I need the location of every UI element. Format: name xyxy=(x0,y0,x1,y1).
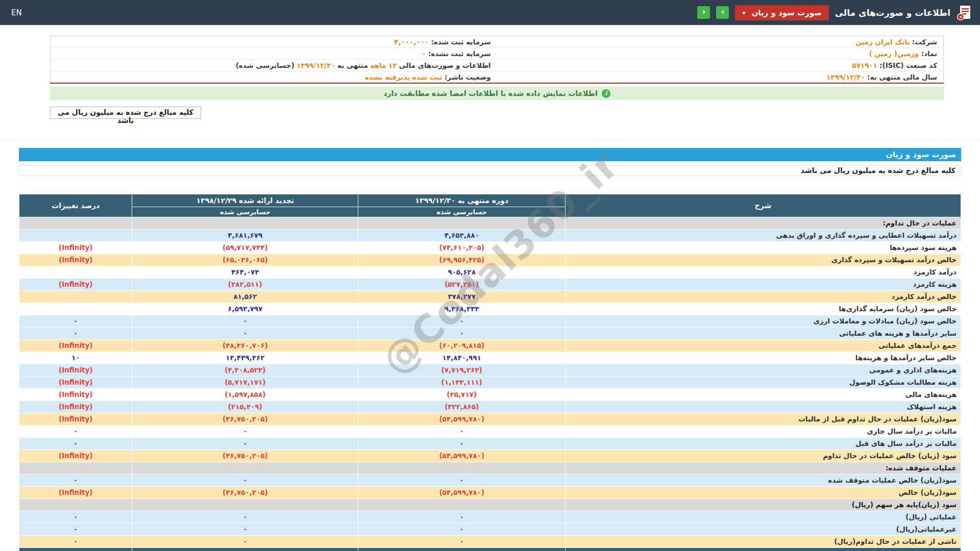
change-percent-value: ۰ xyxy=(19,474,132,487)
restated-period-value xyxy=(132,217,358,230)
statement-period-cell: اطلاعات و صورت‌های مالی ۱۲ ماهه منتهی به… xyxy=(51,60,497,71)
change-percent-value xyxy=(19,217,132,230)
row-label: جمع درآمدهای عملیاتی xyxy=(566,340,961,352)
column-header-restated-period: تجدید ارائه شده ۱۳۹۸/۱۲/۲۹ xyxy=(132,194,358,207)
current-period-value xyxy=(358,217,566,230)
subheader-audited-restated: حسابرسی شده xyxy=(132,207,358,217)
change-percent-value xyxy=(19,499,132,511)
company-name-label: شرکت: xyxy=(912,38,937,46)
change-percent-value xyxy=(19,291,132,303)
fiscal-year-value: ۱۳۹۹/۱۲/۳۰ xyxy=(826,73,865,81)
restated-period-value xyxy=(132,499,358,511)
row-label: خالص سود (زیان) سرمایه گذاری‌ها xyxy=(566,303,961,315)
table-row: خالص درآمد کارمزد۳۷۸,۲۷۷۸۱,۵۶۲ xyxy=(19,291,961,303)
current-period-value: (۳۵,۷۱۷) xyxy=(358,389,566,401)
fiscal-year-cell: سال مالی منتهی به: ۱۳۹۹/۱۲/۳۰ xyxy=(497,71,944,84)
table-row: خالص سود (زیان) سرمایه گذاری‌ها۹,۳۶۸,۳۳۳… xyxy=(19,303,961,315)
table-row: سود(زیان) خالص(۵۴,۵۹۹,۷۸۰)(۴۶,۷۵۰,۲۰۵)(I… xyxy=(19,487,961,499)
change-percent-value xyxy=(19,266,132,279)
current-period-value: ۰ xyxy=(358,511,566,523)
current-period-value: ۰ xyxy=(358,315,566,328)
column-header-description: شرح xyxy=(566,194,961,217)
chevron-down-icon: ▾ xyxy=(742,9,745,16)
current-period-value: (۷,۷۱۹,۲۶۳) xyxy=(358,364,566,377)
table-row: خالص درآمد تسهیلات و سپرده گذاری(۶۹,۹۵۶,… xyxy=(19,254,961,266)
isic-cell: کد صنعت (ISIC): ۵۷۱۹۰۱ xyxy=(497,60,944,71)
next-statement-button[interactable]: › xyxy=(716,6,729,19)
company-info-row: نماد: وزمین( زمین ) سرمایه ثبت نشده: ۰ xyxy=(51,48,944,60)
row-label: ناشی از عملیات در حال تداوم(ریال) xyxy=(566,536,961,548)
row-label: عملیات متوقف شده: xyxy=(566,462,961,474)
restated-period-value: (۱,۵۹۷,۸۵۸) xyxy=(132,389,358,401)
change-percent-value xyxy=(19,303,132,315)
statement-unit-note: کلیه مبالغ درج شده به میلیون ریال می باش… xyxy=(19,165,961,176)
row-label: سود (زیان) خالص عملیات در حال تداوم xyxy=(566,450,961,462)
top-navbar: اطلاعات و صورت‌های مالی صورت سود و زیان … xyxy=(0,0,980,25)
current-period-value: ۹,۳۶۸,۳۳۳ xyxy=(358,303,566,315)
statement-dropdown-label: صورت سود و زیان xyxy=(751,8,821,17)
change-percent-value: ۰ xyxy=(19,328,132,340)
company-info-row: کد صنعت (ISIC): ۵۷۱۹۰۱ اطلاعات و صورت‌ها… xyxy=(51,60,944,71)
restated-period-value: ۰ xyxy=(132,315,358,328)
current-period-value: (۶۰,۲۰۹,۸۱۵) xyxy=(358,340,566,352)
row-label: عملیاتی (ریال) xyxy=(566,511,961,523)
table-row: غیرعملیاتی(ریال)۰۰۰ xyxy=(19,523,961,536)
table-row: مالیات بر درآمد سال های قبل۰۰۰ xyxy=(19,438,961,450)
change-percent-value: (Infinity) xyxy=(19,279,132,291)
current-period-value: (۱,۱۳۳,۱۱۱) xyxy=(358,377,566,389)
restated-period-value: ۰ xyxy=(132,474,358,487)
statement-period-months: ۱۲ ماهه xyxy=(370,61,397,69)
section-row: سود (زیان)پایه هر سهم (ریال) xyxy=(19,499,961,511)
restated-period-value: (۴۶,۷۵۰,۲۰۵) xyxy=(132,413,358,425)
english-language-link[interactable]: EN xyxy=(11,8,22,17)
row-label: خالص درآمد تسهیلات و سپرده گذاری xyxy=(566,254,961,266)
statement-period-mid: منتهی به xyxy=(337,61,368,69)
income-statement-header: شرح دوره منتهی به ۱۳۹۹/۱۲/۳۰ تجدید ارائه… xyxy=(19,194,961,217)
isic-label: کد صنعت (ISIC): xyxy=(879,61,937,69)
row-label xyxy=(566,548,961,551)
current-period-value: ۱۴,۸۳۰,۹۹۱ xyxy=(358,352,566,364)
table-row: هزینه‌های مالی(۳۵,۷۱۷)(۱,۵۹۷,۸۵۸)(Infini… xyxy=(19,389,961,401)
registered-capital-value: ۴,۰۰۰,۰۰۰ xyxy=(394,38,429,46)
row-label: هزینه‌های مالی xyxy=(566,389,961,401)
row-label: هزینه استهلاک xyxy=(566,401,961,413)
prev-statement-button[interactable]: ‹ xyxy=(697,6,710,19)
change-percent-value: ۱۰ xyxy=(19,352,132,364)
company-info-row: شرکت: بانک ایران زمین سرمایه ثبت شده: ۴,… xyxy=(51,36,944,48)
table-row: سود(زیان) عملیات در حال تداوم قبل از مال… xyxy=(19,413,961,425)
change-percent-value: (Infinity) xyxy=(19,254,132,266)
change-percent-value: (Infinity) xyxy=(19,242,132,254)
banner-text: اطلاعات نمایش داده شده با اطلاعات امضا ش… xyxy=(383,89,597,97)
column-header-change-percent: درصد تغییرات xyxy=(19,194,132,217)
current-period-value: ۰ xyxy=(358,536,566,548)
site-logo-icon[interactable] xyxy=(957,5,972,21)
change-percent-value: ۰ xyxy=(19,425,132,438)
row-label: خالص درآمد کارمزد xyxy=(566,291,961,303)
section-row: عملیات متوقف شده: xyxy=(19,462,961,474)
restated-period-value: ۴,۶۸۱,۶۷۹ xyxy=(132,230,358,242)
section-divider xyxy=(0,139,980,140)
statement-dropdown[interactable]: صورت سود و زیان ▾ xyxy=(735,5,828,20)
row-label: هزینه سود سپرده‌ها xyxy=(566,242,961,254)
company-info-section: شرکت: بانک ایران زمین سرمایه ثبت شده: ۴,… xyxy=(50,36,944,119)
current-period-value: ۳۷۸,۲۷۷ xyxy=(358,291,566,303)
change-percent-value: (Infinity) xyxy=(19,364,132,377)
current-period-value: ۹۰۵,۶۲۸ xyxy=(358,266,566,279)
row-label: عملیات در حال تداوم: xyxy=(566,217,961,230)
current-period-value: ۰ xyxy=(358,523,566,536)
income-statement-table: شرح دوره منتهی به ۱۳۹۹/۱۲/۳۰ تجدید ارائه… xyxy=(19,194,961,551)
row-label: خالص سایر درآمدها و هزینه‌ها xyxy=(566,352,961,364)
current-period-value: (۵۴,۵۹۹,۷۸۰) xyxy=(358,487,566,499)
publisher-status-value: ثبت شده پذیرفته نشده xyxy=(365,73,442,81)
restated-period-value: ۴۶۴,۰۷۳ xyxy=(132,266,358,279)
current-period-value: (۵۴,۵۹۹,۷۸۰) xyxy=(358,413,566,425)
restated-period-value: ۸۱,۵۶۲ xyxy=(132,291,358,303)
current-period-value: (۵۲۷,۳۵۱) xyxy=(358,279,566,291)
restated-period-value: ۰ xyxy=(132,425,358,438)
unregistered-capital-value: ۰ xyxy=(422,49,426,58)
unit-note-box: کلیه مبالغ درج شده به میلیون ریال می باش… xyxy=(50,107,201,119)
restated-period-value: (۴,۳۰۸,۵۲۳) xyxy=(132,364,358,377)
statement-period-label: اطلاعات و صورت‌های مالی xyxy=(399,61,491,69)
table-row: درآمد کارمزد۹۰۵,۶۲۸۴۶۴,۰۷۳ xyxy=(19,266,961,279)
current-period-value: (۵۴,۵۹۹,۷۸۰) xyxy=(358,450,566,462)
